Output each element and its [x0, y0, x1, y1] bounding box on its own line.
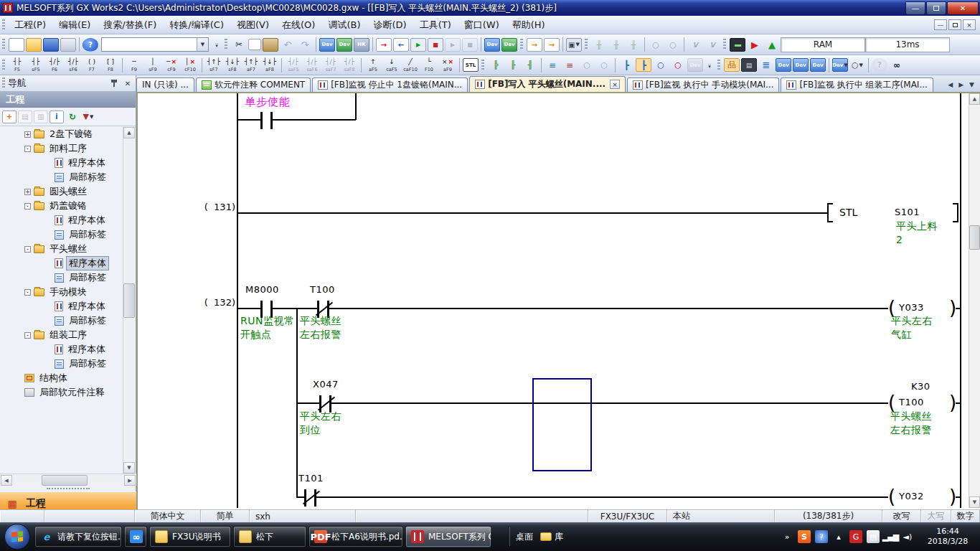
- monitor-write-stop-icon[interactable]: ■: [462, 38, 478, 52]
- screen-jump-2-icon[interactable]: ○: [665, 38, 681, 52]
- instruction-list-view-icon[interactable]: ≣: [758, 58, 774, 72]
- column-insert-icon[interactable]: ○: [579, 58, 595, 72]
- column-delete-icon[interactable]: ○: [596, 58, 612, 72]
- help-icon[interactable]: ?: [83, 38, 98, 52]
- device-comment-edit-icon[interactable]: Dev: [687, 58, 703, 72]
- paste-icon[interactable]: [263, 38, 278, 52]
- taskbar-item-请教下复位按钮...[interactable]: e请教下复位按钮...: [34, 526, 122, 547]
- ladder-close-contact-button[interactable]: ┤/├F6: [45, 56, 64, 74]
- tree-item-组装工序[interactable]: -组装工序: [0, 328, 123, 342]
- ladder-slash-button[interactable]: ╱caF10: [401, 56, 420, 74]
- ladder-invert-up-button[interactable]: ┤∕├saF5: [284, 56, 303, 74]
- ladder-vertical-line-button[interactable]: │sF9: [143, 56, 162, 74]
- menu-item[interactable]: 视图(V): [230, 16, 275, 34]
- coil-paren-open[interactable]: (: [888, 487, 895, 506]
- tray-expand[interactable]: »: [781, 530, 793, 543]
- va-monitor-1-icon[interactable]: V: [687, 38, 703, 52]
- redo-icon[interactable]: ↷: [297, 38, 313, 52]
- menu-item[interactable]: 工程(P): [8, 16, 52, 34]
- nav-copy-icon[interactable]: ▤: [18, 110, 32, 123]
- chevron-down-icon[interactable]: ▼: [197, 38, 208, 51]
- program-hierarchy-icon[interactable]: 品: [724, 58, 740, 72]
- tree-item-程序本体[interactable]: 程序本体: [0, 213, 123, 227]
- mdi-restore-button[interactable]: [948, 19, 961, 30]
- taskbar-item-MELSOFT系列 G...[interactable]: MELSOFT系列 G...: [405, 526, 491, 547]
- instruction-bracket-close[interactable]: [953, 203, 958, 222]
- editor-scroll-thumb[interactable]: [969, 225, 980, 250]
- menu-item[interactable]: 转换/编译(C): [163, 16, 230, 34]
- new-project-icon[interactable]: [9, 38, 24, 52]
- tree-expander-icon[interactable]: +: [24, 131, 31, 138]
- ladder-horizontal-line-button[interactable]: ─F9: [125, 56, 143, 74]
- sogou-tray-icon[interactable]: S: [798, 530, 811, 543]
- inline-st-box-icon[interactable]: STL: [463, 58, 479, 72]
- device-buffer-monitor-icon[interactable]: HK: [354, 38, 369, 52]
- print-icon[interactable]: [60, 38, 76, 52]
- nav-new-data-icon[interactable]: +: [2, 110, 17, 123]
- ladder-corner-button[interactable]: └F10: [420, 56, 438, 74]
- tree-expander-icon[interactable]: -: [24, 332, 31, 339]
- menu-item[interactable]: 搜索/替换(F): [97, 16, 163, 34]
- monitor-write-start-icon[interactable]: ▶: [445, 38, 461, 52]
- device-register-watch-icon[interactable]: Dev: [793, 58, 809, 72]
- cross-reference-icon[interactable]: ∞: [889, 58, 905, 72]
- parameter-jump-1-icon[interactable]: →: [527, 38, 542, 52]
- instruction-bracket-open[interactable]: [827, 203, 833, 222]
- editor-scroll-up-icon[interactable]: ▲: [969, 93, 980, 105]
- tree-item-圆头螺丝[interactable]: +圆头螺丝: [0, 184, 123, 199]
- edit-connect-line-icon[interactable]: ╫: [608, 38, 624, 52]
- write-to-plc-icon[interactable]: →: [376, 38, 392, 52]
- remote-operation-icon[interactable]: ▣▼: [566, 38, 582, 52]
- cut-icon[interactable]: ✂: [231, 38, 247, 52]
- ladder-pulse-down-branch-button[interactable]: ┤↓├aF8: [260, 56, 279, 74]
- monitor-start-icon[interactable]: ▶: [410, 38, 426, 52]
- tree-horizontal-scrollbar[interactable]: ◀ ▶: [0, 474, 136, 486]
- tree-item-程序本体[interactable]: 程序本体: [0, 299, 123, 314]
- ladder-close-branch-button[interactable]: ┤/├sF6: [64, 56, 83, 74]
- tab-scroll-left-icon[interactable]: ◀: [945, 80, 956, 90]
- ladder-invert-up-branch-button[interactable]: ┤∕├saF7: [321, 56, 340, 74]
- tab-3[interactable]: [FB]监视 停止中 1盘镀铬(MAIN...: [312, 77, 468, 92]
- ladder-invert-down-branch-button[interactable]: ┤∕├saF8: [340, 56, 359, 74]
- device-memory-monitor-icon[interactable]: Dev: [319, 38, 335, 52]
- tab-4[interactable]: [FB]写入 平头螺丝(MAIN....×: [469, 76, 626, 92]
- scroll-up-icon[interactable]: ▲: [123, 127, 135, 138]
- read-from-plc-icon[interactable]: ←: [393, 38, 409, 52]
- connect-line-delete-icon[interactable]: ╢: [522, 58, 538, 72]
- tab-1[interactable]: IN (只读) ...: [136, 77, 194, 92]
- ladder-edge-down-button[interactable]: ↓caF5: [382, 56, 401, 74]
- show-hidden-icons[interactable]: ▴: [832, 530, 845, 543]
- tree-expander-icon[interactable]: -: [24, 146, 31, 152]
- menu-item[interactable]: 编辑(E): [52, 16, 97, 34]
- editor-scroll-down-icon[interactable]: ▼: [969, 496, 980, 508]
- start-button[interactable]: [4, 524, 30, 550]
- device-test-2-icon[interactable]: Dev: [501, 38, 517, 52]
- ladder-delete-button[interactable]: ××aF9: [438, 56, 457, 74]
- find-jump-icon[interactable]: ○: [653, 58, 669, 72]
- desktop-toolbar-label[interactable]: 桌面: [516, 531, 533, 543]
- library-label[interactable]: 库: [555, 531, 563, 543]
- tree-vertical-scrollbar[interactable]: ▲ ▼: [123, 127, 135, 474]
- monitor-test-mode-icon[interactable]: ▲: [764, 38, 780, 52]
- close-button[interactable]: ✕: [947, 1, 979, 15]
- wrap-source-icon[interactable]: ┣: [618, 58, 634, 72]
- screen-jump-1-icon[interactable]: ○: [648, 38, 664, 52]
- menu-item[interactable]: 工具(T): [413, 16, 458, 34]
- intelligent-module-monitor-icon[interactable]: ▤: [741, 58, 757, 72]
- taskbar-item-松下A6说明书.pd...[interactable]: PDF松下A6说明书.pd...: [308, 526, 403, 547]
- navigation-close-icon[interactable]: ✕: [122, 78, 133, 89]
- ladder-canvas[interactable]: 单步使能( 131)STLS101平头上料2( 132)M8000T100RUN…: [138, 93, 969, 508]
- tree-item-卸料工序[interactable]: -卸料工序: [0, 141, 123, 156]
- toolbar2-overflow[interactable]: ‥▾: [705, 57, 714, 73]
- tab-5[interactable]: [FB]监视 执行中 手动模块(MAI...: [627, 77, 779, 92]
- tree-expander-icon[interactable]: -: [24, 203, 31, 209]
- library-folder-icon[interactable]: [540, 532, 552, 541]
- device-test-1-icon[interactable]: Dev: [484, 38, 500, 52]
- device-display-format-icon[interactable]: Dev▼: [832, 58, 848, 72]
- mdi-minimize-button[interactable]: —: [934, 19, 947, 30]
- monitor-stop-icon[interactable]: ■: [428, 38, 443, 52]
- clipboard-tray-icon[interactable]: ▤: [867, 530, 880, 543]
- edit-ladder-block-icon[interactable]: ╠: [488, 58, 504, 72]
- toolbar-overflow[interactable]: ‥▾: [212, 37, 221, 52]
- tree-item-程序本体[interactable]: 程序本体: [0, 156, 123, 170]
